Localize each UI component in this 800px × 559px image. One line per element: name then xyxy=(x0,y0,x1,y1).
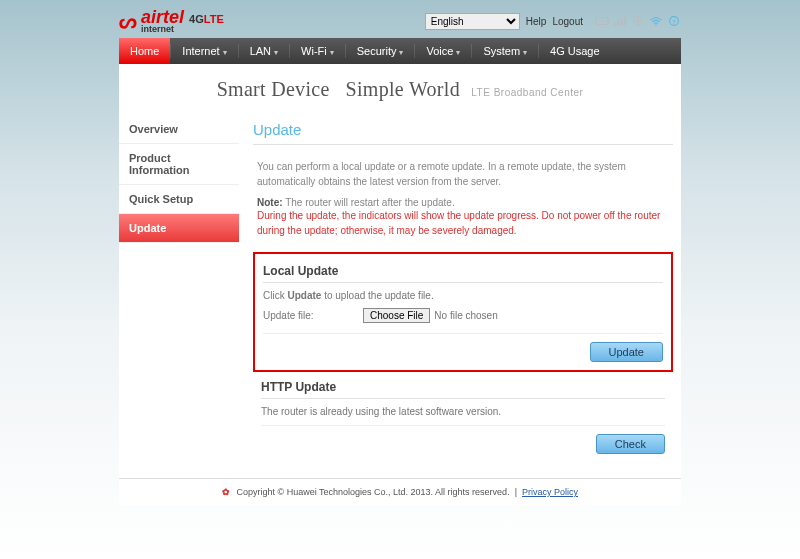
nav-system[interactable]: System▾ xyxy=(472,38,538,64)
http-status-text: The router is already using the latest s… xyxy=(261,403,665,426)
topbar: ᔕ airtel 4GLTE internet English Help Log… xyxy=(119,0,681,38)
nav-security[interactable]: Security▾ xyxy=(346,38,415,64)
sim-icon xyxy=(595,15,609,27)
svg-point-6 xyxy=(655,24,657,26)
update-file-label: Update file: xyxy=(263,310,363,321)
brand-4g: 4GLTE xyxy=(189,13,224,25)
update-button[interactable]: Update xyxy=(590,342,663,362)
huawei-logo-icon: ✿ xyxy=(222,487,230,497)
language-select[interactable]: English xyxy=(425,13,520,30)
nav-internet[interactable]: Internet▾ xyxy=(171,38,237,64)
svg-rect-2 xyxy=(617,20,619,25)
chevron-down-icon: ▾ xyxy=(456,48,460,57)
svg-rect-1 xyxy=(614,23,616,26)
main-nav: Home Internet▾ LAN▾ Wi-Fi▾ Security▾ Voi… xyxy=(119,38,681,64)
svg-rect-0 xyxy=(596,18,608,25)
sidebar-item-update[interactable]: Update xyxy=(119,214,239,243)
brand-swirl-icon: ᔕ xyxy=(119,9,137,33)
main-panel: Update You can perform a local update or… xyxy=(249,115,681,464)
signal-icon xyxy=(613,15,627,27)
nav-lan[interactable]: LAN▾ xyxy=(239,38,289,64)
footer: ✿ Copyright © Huawei Technologies Co., L… xyxy=(119,478,681,505)
nav-voice[interactable]: Voice▾ xyxy=(415,38,471,64)
slogan-tag: LTE Broadband Center xyxy=(471,87,583,98)
sidebar-item-quick-setup[interactable]: Quick Setup xyxy=(119,185,239,214)
globe-icon xyxy=(631,15,645,27)
check-button[interactable]: Check xyxy=(596,434,665,454)
brand-logo: ᔕ airtel 4GLTE internet xyxy=(119,8,224,34)
chevron-down-icon: ▾ xyxy=(523,48,527,57)
help-link[interactable]: Help xyxy=(526,16,547,27)
local-update-hint: Click Update to upload the update file. xyxy=(263,287,663,304)
chevron-down-icon: ▾ xyxy=(330,48,334,57)
sidebar-item-product-info[interactable]: Product Information xyxy=(119,144,239,185)
nav-home[interactable]: Home xyxy=(119,38,170,64)
logout-link[interactable]: Logout xyxy=(552,16,583,27)
warning-text: During the update, the indicators will s… xyxy=(253,208,673,244)
svg-rect-4 xyxy=(624,17,626,26)
nav-4g-usage[interactable]: 4G Usage xyxy=(539,38,611,64)
http-update-heading: HTTP Update xyxy=(261,376,665,399)
local-update-heading: Local Update xyxy=(263,260,663,283)
wifi-icon xyxy=(649,15,663,27)
choose-file-button[interactable]: Choose File xyxy=(363,308,430,323)
chevron-down-icon: ▾ xyxy=(274,48,278,57)
slogan: Smart Device Simple World LTE Broadband … xyxy=(119,64,681,111)
sidebar: Overview Product Information Quick Setup… xyxy=(119,115,239,464)
chevron-down-icon: ▾ xyxy=(399,48,403,57)
sidebar-item-overview[interactable]: Overview xyxy=(119,115,239,144)
copyright-text: Copyright © Huawei Technologies Co., Ltd… xyxy=(237,487,510,497)
nav-wifi[interactable]: Wi-Fi▾ xyxy=(290,38,345,64)
status-icons: ? xyxy=(595,15,681,27)
chevron-down-icon: ▾ xyxy=(223,48,227,57)
local-update-highlight: Local Update Click Update to upload the … xyxy=(253,252,673,372)
intro-text: You can perform a local update or a remo… xyxy=(253,153,673,195)
help-icon[interactable]: ? xyxy=(667,15,681,27)
privacy-link[interactable]: Privacy Policy xyxy=(522,487,578,497)
file-chosen-status: No file chosen xyxy=(434,310,497,321)
svg-text:?: ? xyxy=(672,18,676,25)
page-title: Update xyxy=(253,115,673,145)
svg-rect-3 xyxy=(621,18,623,25)
note-text: Note: The router will restart after the … xyxy=(253,195,673,208)
